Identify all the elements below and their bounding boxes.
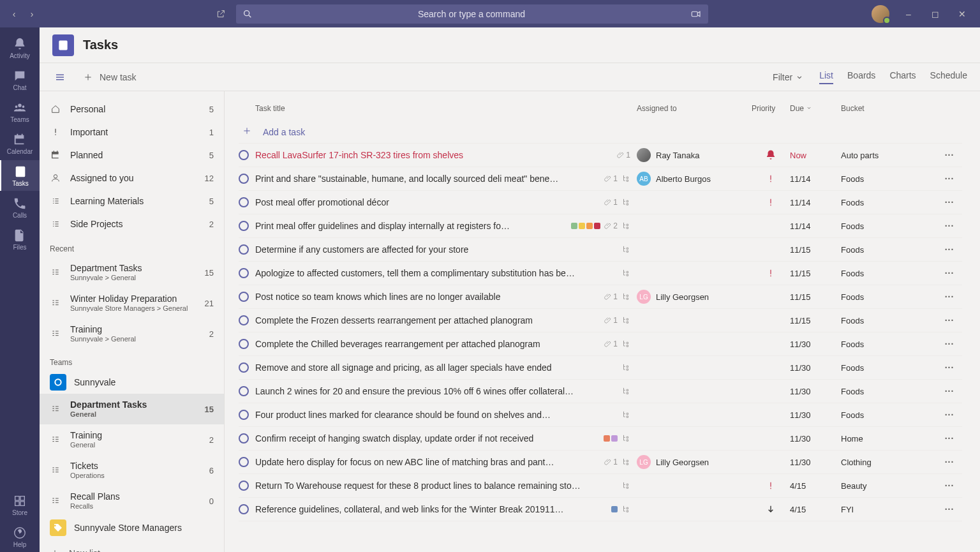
plan-item[interactable]: TrainingGeneral2 [40,424,224,455]
task-more-button[interactable]: ··· [937,339,962,349]
col-assigned[interactable]: Assigned to [637,104,752,113]
task-bucket[interactable]: Foods [841,387,937,396]
task-bucket[interactable]: Foods [841,221,937,231]
task-bucket[interactable]: Foods [841,245,937,255]
task-due[interactable]: 11/30 [790,387,841,396]
task-priority[interactable] [752,480,790,491]
task-bucket[interactable]: Foods [841,269,937,278]
col-title[interactable]: Task title [255,104,637,113]
task-due[interactable]: 11/15 [790,269,841,278]
task-complete-toggle[interactable] [239,457,249,467]
task-more-button[interactable]: ··· [937,410,962,420]
task-bucket[interactable]: Auto parts [841,151,937,160]
task-due[interactable]: 11/30 [790,410,841,420]
task-row[interactable]: Complete the Frozen desserts rearrangeme… [239,309,962,332]
hamburger-button[interactable] [52,70,68,85]
rail-item-store[interactable]: Store [0,489,40,520]
task-due[interactable]: 11/14 [790,198,841,207]
task-complete-toggle[interactable] [239,150,249,160]
task-complete-toggle[interactable] [239,197,249,207]
task-due[interactable]: 11/14 [790,221,841,231]
task-complete-toggle[interactable] [239,410,249,420]
task-complete-toggle[interactable] [239,174,249,184]
task-complete-toggle[interactable] [239,386,249,396]
task-row[interactable]: Return To Warehouse request for these 8 … [239,474,962,498]
view-tab-schedule[interactable]: Schedule [930,70,967,84]
rail-item-help[interactable]: Help [0,521,40,552]
add-task-row[interactable]: Add a task [239,121,962,144]
task-bucket[interactable]: Foods [841,174,937,184]
task-priority[interactable] [752,504,790,514]
task-more-button[interactable]: ··· [937,457,962,467]
task-priority[interactable] [752,149,790,161]
task-assignee[interactable]: LGLilly Georgsen [637,455,752,469]
task-row[interactable]: Post notice so team knows which lines ar… [239,285,962,309]
team-item[interactable]: Sunnyvale [40,371,224,394]
rail-item-chat[interactable]: Chat [0,64,40,95]
search-box[interactable] [236,4,708,24]
task-row[interactable]: Update hero display for focus on new ABC… [239,451,962,474]
task-complete-toggle[interactable] [239,268,249,278]
task-complete-toggle[interactable] [239,339,249,349]
task-row[interactable]: Print and share "sustainable, humane, an… [239,167,962,191]
smart-list-important[interactable]: Important1 [40,121,224,144]
view-tab-boards[interactable]: Boards [847,70,875,84]
task-complete-toggle[interactable] [239,504,249,514]
task-due[interactable]: 11/14 [790,174,841,184]
task-priority[interactable] [752,267,790,279]
task-row[interactable]: Four product lines marked for clearance … [239,403,962,427]
task-row[interactable]: Apologize to affected customers, tell th… [239,262,962,285]
task-bucket[interactable]: Beauty [841,481,937,491]
task-row[interactable]: Launch 2 wines for 20 and ensure the pre… [239,380,962,403]
task-bucket[interactable]: Foods [841,292,937,302]
view-tab-charts[interactable]: Charts [889,70,916,84]
new-task-button[interactable]: New task [83,72,137,82]
task-bucket[interactable]: Home [841,434,937,444]
task-complete-toggle[interactable] [239,221,249,231]
filter-button[interactable]: Filter [773,72,804,82]
rail-item-files[interactable]: Files [0,224,40,255]
new-list-button[interactable]: New list [40,539,224,552]
window-close-button[interactable]: ✕ [954,6,970,22]
team-item[interactable]: Sunnyvale Store Managers [40,516,224,539]
recent-item[interactable]: Winter Holiday PreparationSunnyvale Stor… [40,288,224,318]
task-more-button[interactable]: ··· [937,244,962,255]
task-due[interactable]: 11/15 [790,316,841,325]
task-more-button[interactable]: ··· [937,174,962,184]
task-row[interactable]: Complete the Chilled beverages rearrange… [239,332,962,356]
task-row[interactable]: Reference guidelines, collateral, and we… [239,498,962,521]
task-more-button[interactable]: ··· [937,362,962,373]
rail-item-calendar[interactable]: Calendar [0,128,40,159]
col-bucket[interactable]: Bucket [841,104,937,113]
smart-list-side-projects[interactable]: Side Projects2 [40,213,224,235]
col-priority[interactable]: Priority [752,104,790,113]
smart-list-assigned-to-you[interactable]: Assigned to you12 [40,167,224,190]
task-bucket[interactable]: Foods [841,316,937,325]
col-due[interactable]: Due [790,104,841,113]
profile-avatar[interactable] [872,5,889,23]
rail-item-tasks[interactable]: Tasks [0,160,40,191]
task-bucket[interactable]: FYI [841,505,937,514]
smart-list-planned[interactable]: Planned5 [40,144,224,167]
task-complete-toggle[interactable] [239,292,249,302]
task-due[interactable]: 11/30 [790,339,841,349]
task-more-button[interactable]: ··· [937,197,962,207]
view-tab-list[interactable]: List [819,70,833,84]
task-bucket[interactable]: Foods [841,410,937,420]
task-due[interactable]: 11/15 [790,292,841,302]
task-more-button[interactable]: ··· [937,481,962,491]
recent-item[interactable]: TrainingSunnyvale > General2 [40,318,224,349]
task-more-button[interactable]: ··· [937,268,962,278]
window-minimize-button[interactable]: – [901,6,916,22]
video-icon[interactable] [690,8,702,20]
task-due[interactable]: Now [790,151,841,160]
task-assignee[interactable]: Ray Tanaka [637,148,752,162]
window-maximize-button[interactable]: ◻ [928,6,943,22]
task-assignee[interactable]: LGLilly Georgsen [637,290,752,304]
smart-list-learning-materials[interactable]: Learning Materials5 [40,190,224,213]
task-more-button[interactable]: ··· [937,504,962,514]
rail-item-activity[interactable]: Activity [0,33,40,63]
task-due[interactable]: 11/15 [790,245,841,255]
plan-item[interactable]: TicketsOperations6 [40,455,224,486]
plan-item[interactable]: Recall PlansRecalls0 [40,486,224,516]
